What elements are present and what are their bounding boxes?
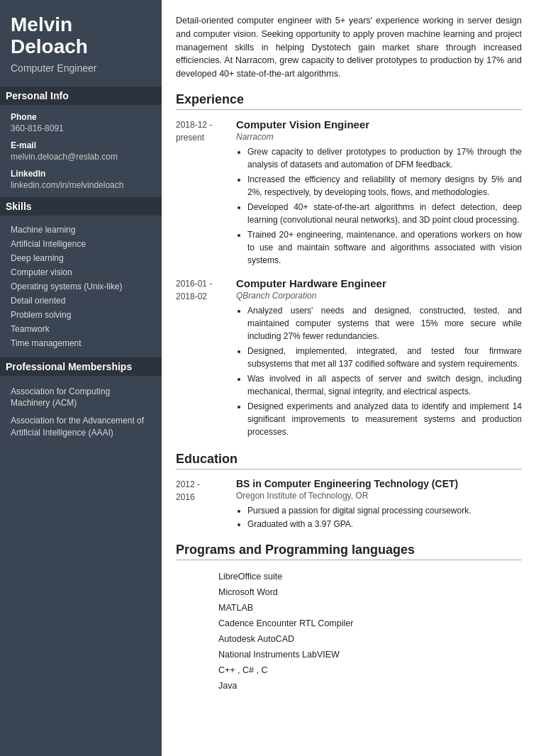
edu-degree: BS in Computer Engineering Technology (C… — [236, 478, 522, 489]
email-value: melvin.deloach@reslab.com — [11, 152, 151, 162]
job-title: Computer Vision Engineer — [236, 118, 522, 130]
phone-value: 360-816-8091 — [11, 123, 151, 133]
experience-section-title: Experience — [176, 92, 522, 110]
edu-bullet: Pursued a passion for digital signal pro… — [247, 504, 522, 518]
memberships-section: Professional Memberships — [0, 357, 162, 376]
memberships-list: Association for Computing Machinery (ACM… — [11, 383, 151, 442]
skill-item: Deep learning — [11, 251, 151, 265]
edu-bullet: Graduated with a 3.97 GPA. — [247, 518, 522, 531]
experience-block: 2018-12 - presentComputer Vision Enginee… — [176, 118, 522, 440]
job-bullet: Increased the efficiency and reliability… — [247, 173, 522, 199]
sidebar: Melvin Deloach Computer Engineer Persona… — [0, 0, 162, 756]
skill-item: Artificial Intelligence — [11, 237, 151, 251]
linkedin-label: LinkedIn — [11, 169, 151, 179]
job-entry: 2016-01 - 2018-02Computer Hardware Engin… — [176, 277, 522, 440]
job-entry: 2018-12 - presentComputer Vision Enginee… — [176, 118, 522, 269]
skills-list: Machine learningArtificial IntelligenceD… — [11, 223, 151, 350]
skill-item: Problem solving — [11, 308, 151, 322]
job-bullet: Analyzed users' needs and designed, cons… — [247, 304, 522, 343]
program-item: Microsoft Word — [218, 584, 522, 600]
job-bullet: Designed experiments and analyzed data t… — [247, 400, 522, 438]
program-item: MATLAB — [218, 600, 522, 616]
job-bullet: Developed 40+ state-of-the-art algorithm… — [247, 201, 522, 226]
programs-list: LibreOffice suiteMicrosoft WordMATLABCad… — [176, 569, 522, 694]
skill-item: Teamwork — [11, 322, 151, 336]
skill-item: Detail oriented — [11, 294, 151, 308]
skill-item: Machine learning — [11, 223, 151, 237]
education-block: 2012 - 2016BS in Computer Engineering Te… — [176, 478, 522, 531]
job-bullet: Grew capacity to deliver prototypes to p… — [247, 145, 522, 171]
email-label: E-mail — [11, 140, 151, 150]
program-item: LibreOffice suite — [218, 569, 522, 584]
program-item: C++ , C# , C — [218, 662, 522, 678]
candidate-name: Melvin Deloach — [11, 14, 151, 58]
skills-section: Skills — [0, 197, 162, 216]
phone-label: Phone — [11, 112, 151, 122]
job-date: 2016-01 - 2018-02 — [176, 277, 229, 440]
skill-item: Operating systems (Unix-like) — [11, 279, 151, 294]
job-company: QBranch Corporation — [236, 291, 522, 301]
membership-item: Association for Computing Machinery (ACM… — [11, 383, 151, 413]
edu-date: 2012 - 2016 — [176, 478, 229, 531]
edu-entry: 2012 - 2016BS in Computer Engineering Te… — [176, 478, 522, 531]
job-date: 2018-12 - present — [176, 118, 229, 269]
main-content: Detail-oriented computer engineer with 5… — [162, 0, 536, 756]
personal-info-section: Personal Info — [0, 87, 162, 105]
job-bullet: Was involved in all aspects of server an… — [247, 372, 522, 398]
programs-section: Programs and Programming languages Libre… — [176, 543, 522, 694]
skill-item: Computer vision — [11, 265, 151, 279]
program-item: National Instruments LabVIEW — [218, 647, 522, 662]
job-bullet: Designed, implemented, integrated, and t… — [247, 345, 522, 370]
education-section-title: Education — [176, 452, 522, 469]
job-company: Narracom — [236, 132, 522, 142]
skill-item: Time management — [11, 336, 151, 350]
job-bullet: Trained 20+ engineering, maintenance, an… — [247, 228, 522, 267]
program-item: Autodesk AutoCAD — [218, 631, 522, 647]
edu-institution: Oregon Institute of Technology, OR — [236, 491, 522, 501]
program-item: Cadence Encounter RTL Compiler — [218, 616, 522, 631]
membership-item: Association for the Advancement of Artif… — [11, 412, 151, 442]
candidate-title: Computer Engineer — [11, 62, 151, 74]
job-title: Computer Hardware Engineer — [236, 277, 522, 289]
linkedin-value: linkedin.com/in/melvindeloach — [11, 180, 151, 190]
summary-text: Detail-oriented computer engineer with 5… — [176, 14, 522, 81]
programs-section-title: Programs and Programming languages — [176, 543, 522, 560]
program-item: Java — [218, 678, 522, 694]
